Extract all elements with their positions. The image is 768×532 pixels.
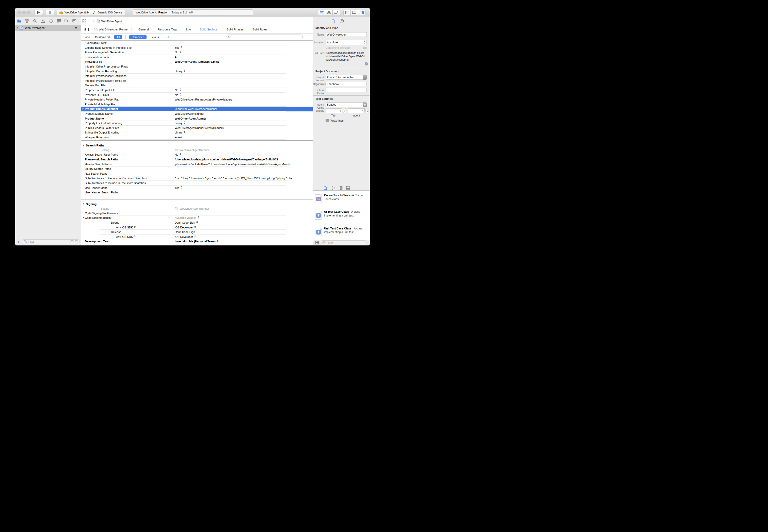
test-navigator-icon[interactable]	[49, 19, 53, 23]
tab-build-settings[interactable]: Build Settings	[200, 28, 218, 31]
breakpoint-navigator-icon[interactable]	[64, 19, 68, 23]
setting-row[interactable]: Info.plist Preprocessor Prefix File	[81, 78, 312, 83]
disclosure-triangle-icon[interactable]: ▼	[83, 202, 85, 207]
setting-value[interactable]: xctest	[175, 135, 182, 140]
setting-row[interactable]: Other Code Signing Flags	[81, 244, 312, 245]
disclosure-triangle-icon[interactable]: ▼	[83, 215, 85, 220]
library-filter-field[interactable]: Filter	[321, 240, 366, 245]
snippet-icon[interactable]	[331, 186, 335, 190]
setting-row[interactable]: Preserve HFS DataNo	[81, 93, 312, 97]
setting-row[interactable]: ▶Product Bundle Identifierio.appium.WebD…	[81, 107, 312, 111]
tab-width-stepper[interactable]	[343, 108, 346, 113]
project-navigator-icon[interactable]	[17, 19, 21, 23]
standard-editor-button[interactable]	[318, 10, 325, 15]
toggle-navigator-button[interactable]	[343, 10, 351, 15]
template-card-unit-test-case-class[interactable]: TUnit Test Case Class - A class implemen…	[313, 224, 369, 240]
setting-row[interactable]: Sub-Directories to Exclude in Recursive …	[81, 176, 312, 181]
setting-row[interactable]: Always Search User PathsNo	[81, 152, 312, 157]
setting-row[interactable]: Private Headers Folder PathWebDriverAgen…	[81, 97, 312, 102]
setting-row[interactable]: Info.plist FileWebDriverAgentRunner/Info…	[81, 59, 312, 64]
setting-value[interactable]: No	[175, 152, 181, 157]
indent-using-dropdown[interactable]: Spaces	[325, 102, 367, 107]
close-window-icon[interactable]	[18, 11, 21, 14]
jumpbar-title[interactable]: WebDriverAgent	[101, 20, 122, 23]
grid-icon[interactable]	[315, 241, 319, 244]
quick-help-icon[interactable]: ?	[340, 19, 344, 23]
setting-value[interactable]: Yes	[175, 186, 182, 190]
disclosure-triangle-icon[interactable]: ▶	[83, 107, 84, 111]
setting-value[interactable]: binary	[175, 130, 185, 135]
setting-value[interactable]: No	[175, 88, 181, 93]
organization-field[interactable]: Facebook	[325, 82, 367, 86]
setting-row[interactable]: Strings file Output Encodingbinary	[81, 130, 312, 135]
setting-row[interactable]: Info.plist Preprocessor Definitions	[81, 74, 312, 78]
setting-row[interactable]: Property List Output Encodingbinary	[81, 121, 312, 126]
setting-row[interactable]: Public Headers Folder PathWebDriverAgent…	[81, 126, 312, 130]
scheme-selector[interactable]: WebDriverAgentLib › Generic iOS Device	[57, 10, 125, 15]
related-items-icon[interactable]	[83, 19, 86, 23]
setting-value[interactable]: WebDriverAgentRunner.xctest/Headers	[175, 126, 223, 130]
setting-value[interactable]: iOS Developer	[175, 235, 196, 239]
setting-value[interactable]: WebDriverAgentRunner	[175, 111, 204, 116]
class-prefix-field[interactable]	[325, 88, 367, 92]
assistant-editor-button[interactable]	[325, 10, 333, 15]
setting-row[interactable]: Force Package Info GenerationNo	[81, 50, 312, 55]
setting-row[interactable]: Module Map File	[81, 83, 312, 88]
report-navigator-icon[interactable]	[72, 19, 76, 23]
debug-navigator-icon[interactable]	[56, 19, 61, 23]
minimize-window-icon[interactable]	[22, 11, 26, 14]
project-row[interactable]: ▶ WebDriverAgent M	[15, 25, 81, 31]
indent-width-stepper[interactable]	[365, 108, 369, 113]
object-icon[interactable]	[339, 186, 342, 190]
indent-width-field[interactable]: 4	[348, 108, 365, 113]
toggle-debug-area-button[interactable]	[351, 10, 358, 15]
setting-value[interactable]: Isaac Murchie (Personal Team)	[175, 239, 218, 244]
mode-levels[interactable]: Levels	[151, 36, 159, 39]
media-icon[interactable]	[346, 186, 350, 190]
navigator-filter-field[interactable]: Filter	[22, 239, 79, 244]
setting-value[interactable]: binary	[175, 69, 185, 74]
file-inspector-icon[interactable]	[332, 19, 335, 23]
disclosure-triangle-icon[interactable]: ▶	[17, 27, 18, 29]
stop-button[interactable]	[46, 10, 54, 15]
settings-search-field[interactable]	[226, 35, 303, 39]
toggle-inspector-button[interactable]	[358, 10, 365, 15]
setting-row[interactable]: ▼Code Signing Identity<Multiple values>	[81, 215, 312, 220]
setting-row[interactable]: Info.plist Output Encodingbinary	[81, 69, 312, 74]
version-editor-button[interactable]	[333, 10, 340, 15]
forward-icon[interactable]	[93, 19, 95, 23]
tab-build-rules[interactable]: Build Rules	[252, 28, 267, 31]
tab-general[interactable]: General	[138, 28, 149, 31]
setting-row[interactable]: Rez Search Paths	[81, 171, 312, 176]
setting-row[interactable]: Preprocess Info.plist FileNo	[81, 88, 312, 93]
setting-row[interactable]: Executable Prefix	[81, 41, 312, 45]
folder-icon[interactable]	[363, 46, 367, 49]
back-icon[interactable]	[88, 19, 90, 23]
location-dropdown[interactable]: Absolute	[325, 40, 367, 45]
setting-value[interactable]: Don't Code Sign	[175, 220, 198, 225]
tab-width-field[interactable]: 4	[325, 108, 342, 113]
setting-value[interactable]: WebDriverAgentRunner/Info.plist	[175, 59, 219, 64]
file-template-icon[interactable]	[324, 186, 327, 190]
setting-row[interactable]: Product NameWebDriverAgentRunner	[81, 116, 312, 121]
setting-row[interactable]: Info.plist Other Preprocessor Flags	[81, 64, 312, 69]
clock-icon[interactable]	[70, 240, 74, 243]
setting-value[interactable]: Yes	[175, 45, 182, 50]
template-card-cocoa-touch-class[interactable]: CCocoa Touch Class - A Cocoa Touch class	[313, 191, 369, 207]
setting-value[interactable]: binary	[175, 121, 185, 126]
issue-navigator-icon[interactable]	[41, 19, 45, 23]
target-selector[interactable]: WebDriverAgentRunner	[94, 25, 133, 34]
setting-row[interactable]: Wrapper Extensionxctest	[81, 135, 312, 140]
scope-basic[interactable]: Basic	[84, 36, 90, 39]
setting-row[interactable]: Library Search Paths	[81, 167, 312, 171]
project-format-dropdown[interactable]: Xcode 3.2-compatible	[325, 75, 367, 80]
setting-row[interactable]: Header Search Pathsiphoneos/usr/include/…	[81, 162, 312, 167]
run-button[interactable]	[34, 10, 43, 15]
setting-row[interactable]: Product Module NameWebDriverAgentRunner	[81, 111, 312, 116]
template-card-ui-test-case-class[interactable]: TUI Test Case Class - A class implementi…	[313, 207, 369, 224]
setting-row[interactable]: Any iOS SDKiOS Developer	[81, 225, 312, 230]
add-setting-button[interactable]: +	[167, 35, 169, 39]
tab-build-phases[interactable]: Build Phases	[226, 28, 243, 31]
zoom-window-icon[interactable]	[27, 11, 30, 14]
tab-info[interactable]: Info	[186, 28, 191, 31]
